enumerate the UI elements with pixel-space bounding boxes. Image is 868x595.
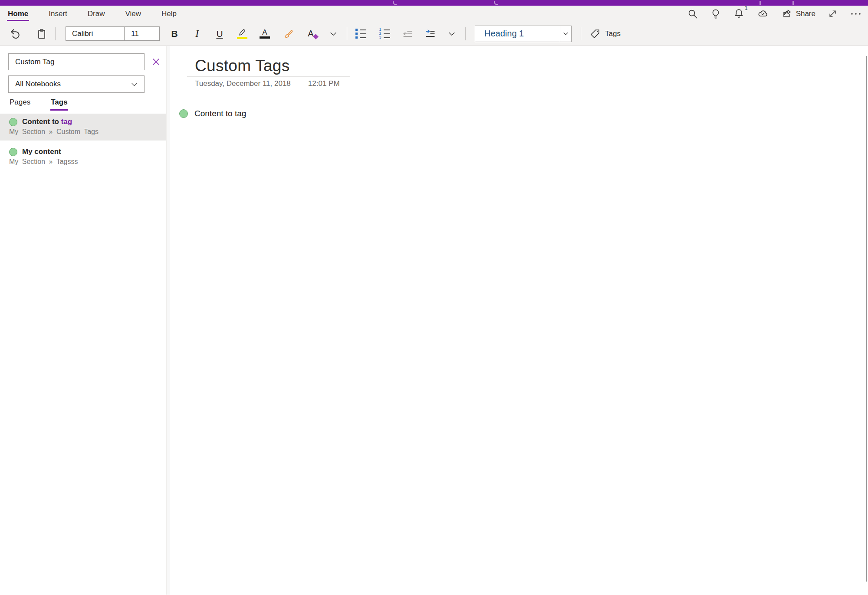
notifications-button[interactable]: 1 xyxy=(733,8,745,20)
cloud-check-icon xyxy=(756,8,769,20)
share-label: Share xyxy=(796,10,815,18)
close-search-button[interactable] xyxy=(150,56,161,68)
lightbulb-icon xyxy=(710,8,721,20)
decrease-indent-button[interactable] xyxy=(398,25,417,43)
paste-button[interactable] xyxy=(32,25,51,43)
tab-pages-label: Pages xyxy=(10,98,30,106)
result-title: Content to tag xyxy=(9,118,161,126)
underline-button[interactable]: U xyxy=(210,25,229,43)
tab-home[interactable]: Home xyxy=(8,6,28,22)
style-selector-value: Heading 1 xyxy=(475,26,560,42)
sync-status-button[interactable] xyxy=(756,8,769,20)
search-input[interactable] xyxy=(9,58,144,66)
tab-insert-label: Insert xyxy=(49,10,67,18)
font-size-value: 11 xyxy=(131,29,139,38)
titlebar-text-artifact xyxy=(494,1,498,5)
result-path: My Section » Custom Tags xyxy=(9,128,161,136)
format-painter-button[interactable] xyxy=(279,25,298,43)
bold-icon: B xyxy=(171,29,178,38)
clear-formatting-button[interactable]: A xyxy=(301,25,320,43)
search-button[interactable] xyxy=(687,8,698,20)
search-result-item[interactable]: My content My Section » Tagsss xyxy=(0,144,166,170)
more-options-button[interactable] xyxy=(850,8,862,20)
numbered-list-button[interactable]: 1 2 3 xyxy=(375,25,394,43)
toolbar-separator xyxy=(55,27,56,40)
page-title-underline xyxy=(187,76,350,77)
increase-indent-button[interactable] xyxy=(421,25,440,43)
search-icon xyxy=(687,8,698,20)
page-title[interactable]: Custom Tags xyxy=(195,57,290,75)
tab-view-label: View xyxy=(125,10,141,18)
tag-icon xyxy=(589,28,601,39)
clipboard-icon xyxy=(36,28,47,39)
tab-view[interactable]: View xyxy=(125,6,141,22)
result-title-text: My content xyxy=(22,147,61,156)
tab-draw[interactable]: Draw xyxy=(88,6,105,22)
tab-insert[interactable]: Insert xyxy=(49,6,67,22)
tab-draw-label: Draw xyxy=(88,10,105,18)
fullscreen-button[interactable] xyxy=(827,8,838,19)
notebook-scope-dropdown[interactable]: All Notebooks xyxy=(8,75,145,93)
green-circle-tag-icon xyxy=(9,148,17,156)
style-selector-expand[interactable] xyxy=(560,26,571,42)
result-title-text: Content to tag xyxy=(22,118,72,126)
list-options-expand-button[interactable] xyxy=(442,25,461,43)
chevron-down-icon xyxy=(562,30,569,37)
page-date: Tuesday, December 11, 2018 xyxy=(195,79,291,88)
notification-count: 1 xyxy=(744,5,747,11)
underline-icon: U xyxy=(216,29,223,38)
bold-button[interactable]: B xyxy=(165,25,184,43)
ellipsis-icon xyxy=(850,8,862,20)
search-result-tabs: Pages Tags xyxy=(10,98,68,111)
tab-pages[interactable]: Pages xyxy=(10,98,30,111)
bell-icon xyxy=(733,8,745,20)
font-color-button[interactable]: A xyxy=(255,25,274,43)
toolbar-separator xyxy=(581,27,581,40)
highlight-button[interactable] xyxy=(233,25,252,43)
font-name-value: Calibri xyxy=(72,29,93,38)
undo-button[interactable] xyxy=(5,25,24,43)
ribbon-tabs: Home Insert Draw View Help xyxy=(8,6,177,22)
highlighter-icon xyxy=(237,28,248,39)
result-title: My content xyxy=(9,147,161,156)
search-match-highlight: tag xyxy=(61,118,72,126)
chevron-down-icon xyxy=(447,29,456,38)
notebook-scope-value: All Notebooks xyxy=(15,80,61,88)
font-options-expand-button[interactable] xyxy=(324,25,343,43)
increase-indent-icon xyxy=(424,28,436,39)
tab-home-label: Home xyxy=(8,10,28,18)
tab-tags[interactable]: Tags xyxy=(51,98,67,111)
share-button[interactable]: Share xyxy=(781,8,815,20)
tab-help-label: Help xyxy=(161,10,177,18)
tags-button-label: Tags xyxy=(605,29,621,38)
menu-bar: Home Insert Draw View Help 1 Share xyxy=(0,6,868,22)
italic-icon: I xyxy=(195,29,199,39)
font-size-select[interactable]: 11 xyxy=(125,27,159,40)
chevron-down-icon xyxy=(329,29,338,38)
resize-diagonal-icon xyxy=(827,8,838,19)
search-results: Content to tag My Section » Custom Tags … xyxy=(0,114,166,170)
toolbar-separator xyxy=(347,27,347,40)
font-name-select[interactable]: Calibri xyxy=(66,27,125,40)
search-result-item[interactable]: Content to tag My Section » Custom Tags xyxy=(0,114,166,141)
note-paragraph[interactable]: Content to tag xyxy=(179,109,246,118)
note-canvas: Custom Tags Tuesday, December 11, 2018 1… xyxy=(170,46,868,595)
page-meta: Tuesday, December 11, 2018 12:01 PM xyxy=(195,79,340,88)
bullet-list-button[interactable] xyxy=(351,25,370,43)
share-icon xyxy=(781,8,793,20)
tags-button[interactable]: Tags xyxy=(589,28,621,39)
bullet-list-icon xyxy=(355,29,366,39)
titlebar-text-artifact xyxy=(792,1,794,5)
vertical-scrollbar[interactable] xyxy=(866,56,867,582)
font-combo: Calibri 11 xyxy=(66,26,160,41)
italic-button[interactable]: I xyxy=(187,25,207,43)
font-color-icon: A xyxy=(260,29,270,39)
toolbar-separator xyxy=(465,27,466,40)
style-selector[interactable]: Heading 1 xyxy=(475,26,572,42)
ideas-button[interactable] xyxy=(710,8,721,20)
search-row xyxy=(8,53,161,70)
onenote-app: Home Insert Draw View Help 1 Share xyxy=(0,0,868,595)
formatting-toolbar: Calibri 11 B I U A A xyxy=(0,22,868,46)
tab-help[interactable]: Help xyxy=(161,6,177,22)
titlebar-text-artifact xyxy=(393,1,397,5)
